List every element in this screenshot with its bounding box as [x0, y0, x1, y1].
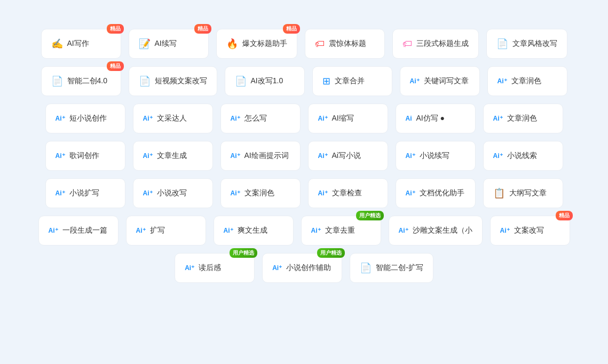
label-outline-write: 大纲写文章: [509, 188, 547, 198]
label-novel-rewrite: 小说改写: [157, 188, 187, 198]
badge-copy-rewrite: 精品: [556, 211, 573, 220]
prefix-novel-continue: Ai⁺: [406, 152, 415, 160]
label-lyric-create: 歌词创作: [69, 151, 99, 161]
card-doc-optimize[interactable]: Ai⁺文档优化助手: [396, 178, 476, 208]
label-novel-clue: 小说线索: [507, 151, 537, 161]
card-ai-paint-prompt[interactable]: Ai⁺AI绘画提示词: [220, 141, 301, 171]
card-row-5: Ai⁺一段生成一篇Ai⁺扩写Ai⁺爽文生成用户精选Ai⁺文章去重Ai⁺沙雕文案生…: [21, 216, 587, 246]
card-article-dedup[interactable]: 用户精选Ai⁺文章去重: [301, 216, 381, 246]
prefix-article-gen: Ai⁺: [143, 152, 153, 160]
label-copy-rewrite: 文案改写: [514, 226, 544, 235]
badge-novel-assist: 用户精选: [317, 248, 345, 258]
card-expand-write[interactable]: Ai⁺扩写: [126, 216, 206, 246]
card-article-polish[interactable]: Ai⁺文章润色: [487, 66, 567, 96]
card-fun-gen[interactable]: Ai⁺爽文生成: [214, 216, 294, 246]
badge-smart-second: 精品: [107, 61, 124, 71]
label-fun-gen: 爽文生成: [238, 226, 267, 235]
card-grid: 精品✍AI写作精品📝AI续写精品🔥爆文标题助手🏷震惊体标题🏷三段式标题生成📄文章…: [21, 29, 587, 283]
card-short-novel[interactable]: Ai⁺短小说创作: [45, 104, 125, 133]
label-article-check: 文章检查: [332, 188, 362, 198]
card-article-gen[interactable]: Ai⁺文章生成: [133, 141, 213, 171]
card-novel-clue[interactable]: Ai⁺小说线索: [483, 141, 563, 171]
card-short-video-copy[interactable]: 📄短视频文案改写: [129, 66, 217, 96]
icon-ai-writing: ✍: [51, 38, 63, 50]
label-smart-second2: 智能二创-扩写: [376, 263, 423, 273]
badge-headline-helper: 精品: [283, 24, 300, 34]
card-shocking-title[interactable]: 🏷震惊体标题: [305, 29, 385, 59]
icon-smart-second: 📄: [51, 75, 63, 87]
card-copy-polish[interactable]: Ai⁺文案润色: [220, 178, 301, 208]
label-doc-optimize: 文档优化助手: [420, 188, 464, 198]
badge-ai-writing: 精品: [107, 24, 124, 34]
label-style-rewrite: 文章风格改写: [512, 39, 557, 49]
card-smart-second2[interactable]: 📄智能二创-扩写: [350, 253, 433, 283]
icon-style-rewrite: 📄: [496, 38, 508, 50]
card-keyword-write[interactable]: Ai⁺关键词写文章: [400, 66, 480, 96]
card-row-3: Ai⁺歌词创作Ai⁺文章生成Ai⁺AI绘画提示词Ai⁺Ai写小说Ai⁺小说续写A…: [21, 141, 587, 171]
card-outline-write[interactable]: 📋大纲写文章: [483, 178, 563, 208]
label-one-para: 一段生成一篇: [62, 226, 107, 235]
prefix-article-polish2: Ai⁺: [493, 115, 503, 122]
card-article-merge[interactable]: ⊞文章合并: [312, 66, 392, 96]
card-sha-copy-gen[interactable]: Ai⁺沙雕文案生成（小: [389, 216, 483, 246]
card-smart-second[interactable]: 精品📄智能二创4.0: [41, 66, 121, 96]
label-article-merge: 文章合并: [335, 76, 365, 86]
card-reading-notes[interactable]: 用户精选Ai⁺读后感: [175, 253, 255, 283]
prefix-one-para: Ai⁺: [49, 227, 58, 234]
label-article-gen: 文章生成: [157, 151, 187, 161]
icon-ai-rewrite: 📄: [235, 75, 247, 87]
icon-ai-continue: 📝: [139, 38, 151, 50]
icon-outline-write: 📋: [493, 187, 505, 199]
card-article-check[interactable]: Ai⁺文章检查: [308, 178, 388, 208]
label-keyword-write: 关键词写文章: [424, 76, 469, 86]
prefix-novel-clue: Ai⁺: [493, 152, 503, 160]
label-writing-talent: 文采达人: [157, 114, 187, 123]
card-style-rewrite[interactable]: 📄文章风格改写: [486, 29, 567, 59]
card-novel-continue[interactable]: Ai⁺小说续写: [396, 141, 476, 171]
card-row-0: 精品✍AI写作精品📝AI续写精品🔥爆文标题助手🏷震惊体标题🏷三段式标题生成📄文章…: [21, 29, 587, 59]
prefix-novel-rewrite: Ai⁺: [143, 189, 153, 197]
prefix-article-dedup: Ai⁺: [311, 227, 321, 234]
label-short-novel: 短小说创作: [69, 114, 107, 123]
badge-article-dedup: 用户精选: [356, 211, 384, 220]
card-novel-rewrite[interactable]: Ai⁺小说改写: [133, 178, 213, 208]
label-three-title: 三段式标题生成: [416, 39, 469, 49]
icon-headline-helper: 🔥: [226, 38, 238, 50]
card-article-polish2[interactable]: Ai⁺文章润色: [483, 104, 563, 133]
prefix-novel-expand: Ai⁺: [56, 189, 65, 197]
card-lyric-create[interactable]: Ai⁺歌词创作: [45, 141, 125, 171]
prefix-copy-polish: Ai⁺: [231, 189, 240, 197]
card-row-4: Ai⁺小说扩写Ai⁺小说改写Ai⁺文案润色Ai⁺文章检查Ai⁺文档优化助手📋大纲…: [21, 178, 587, 208]
card-ai-continue[interactable]: 精品📝AI续写: [129, 29, 209, 59]
prefix-ai-write-novel: Ai⁺: [318, 152, 328, 160]
label-headline-helper: 爆文标题助手: [242, 39, 287, 49]
label-copy-polish: 文案润色: [244, 188, 274, 198]
label-article-polish: 文章润色: [511, 76, 541, 86]
prefix-ai-paint-prompt: Ai⁺: [231, 152, 240, 160]
card-three-title[interactable]: 🏷三段式标题生成: [392, 29, 479, 59]
label-reading-notes: 读后感: [199, 263, 221, 273]
card-copy-rewrite[interactable]: 精品Ai⁺文案改写: [490, 216, 570, 246]
card-one-para[interactable]: Ai⁺一段生成一篇: [38, 216, 119, 246]
card-ai-imitate[interactable]: AiAI仿写 ●: [396, 104, 476, 133]
prefix-short-novel: Ai⁺: [56, 115, 65, 122]
card-ai-compress[interactable]: Ai⁺AI缩写: [308, 104, 388, 133]
icon-shocking-title: 🏷: [315, 38, 325, 50]
card-ai-rewrite[interactable]: 📄AI改写1.0: [225, 66, 305, 96]
card-ai-write-novel[interactable]: Ai⁺Ai写小说: [308, 141, 388, 171]
prefix-copy-rewrite: Ai⁺: [500, 227, 510, 234]
card-novel-expand[interactable]: Ai⁺小说扩写: [45, 178, 125, 208]
card-how-to-write[interactable]: Ai⁺怎么写: [220, 104, 301, 133]
card-writing-talent[interactable]: Ai⁺文采达人: [133, 104, 213, 133]
prefix-how-to-write: Ai⁺: [231, 115, 240, 122]
prefix-expand-write: Ai⁺: [136, 227, 146, 234]
label-article-polish2: 文章润色: [507, 114, 537, 123]
card-row-1: 精品📄智能二创4.0📄短视频文案改写📄AI改写1.0⊞文章合并Ai⁺关键词写文章…: [21, 66, 587, 96]
label-article-dedup: 文章去重: [325, 226, 355, 235]
card-ai-writing[interactable]: 精品✍AI写作: [41, 29, 121, 59]
card-novel-assist[interactable]: 用户精选Ai⁺小说创作辅助: [262, 253, 342, 283]
label-novel-continue: 小说续写: [420, 151, 449, 161]
label-ai-write-novel: Ai写小说: [332, 151, 361, 161]
card-headline-helper[interactable]: 精品🔥爆文标题助手: [216, 29, 297, 59]
icon-smart-second2: 📄: [360, 262, 372, 274]
